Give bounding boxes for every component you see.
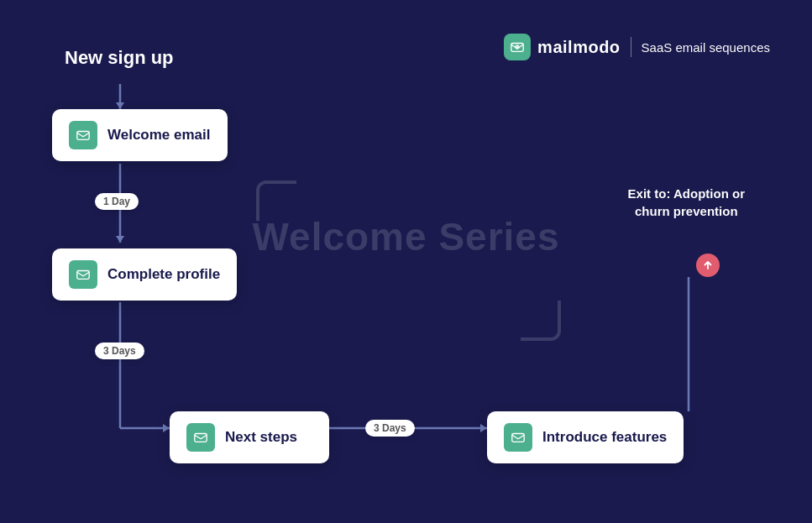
header-divider — [631, 37, 631, 57]
complete-profile-icon — [69, 260, 97, 289]
svg-rect-17 — [512, 434, 524, 442]
node-complete-profile[interactable]: Complete profile — [52, 248, 237, 301]
complete-profile-label: Complete profile — [107, 266, 220, 283]
svg-rect-16 — [195, 434, 207, 442]
mailmodo-logo: mailmodo — [504, 34, 620, 60]
center-title: Welcome Series — [252, 214, 559, 259]
delay-badge-1: 1 Day — [95, 193, 139, 210]
deco-bracket-bottom — [521, 301, 561, 341]
deco-bracket-top — [256, 180, 296, 221]
svg-marker-5 — [116, 236, 124, 243]
delay-badge-3: 3 Days — [365, 420, 415, 437]
exit-arrow-circle — [696, 254, 720, 277]
header: mailmodo SaaS email sequences — [504, 34, 770, 60]
node-next-steps[interactable]: Next steps — [170, 411, 329, 463]
svg-marker-3 — [116, 102, 124, 109]
introduce-features-label: Introduce features — [542, 429, 667, 446]
trigger-label: New sign up — [65, 47, 174, 69]
svg-point-1 — [515, 44, 519, 49]
next-steps-icon — [186, 423, 215, 452]
header-subtitle: SaaS email sequences — [642, 40, 770, 55]
welcome-email-icon — [69, 121, 97, 149]
svg-rect-14 — [77, 132, 89, 140]
welcome-email-label: Welcome email — [107, 127, 211, 144]
svg-marker-11 — [480, 424, 487, 432]
svg-rect-15 — [77, 271, 89, 280]
mailmodo-icon — [504, 34, 531, 60]
node-welcome-email[interactable]: Welcome email — [52, 109, 228, 161]
next-steps-label: Next steps — [225, 429, 297, 446]
delay-badge-2: 3 Days — [95, 343, 144, 359]
exit-label: Exit to: Adoption or churn prevention — [628, 185, 745, 220]
mailmodo-name: mailmodo — [537, 38, 620, 57]
introduce-features-icon — [504, 423, 532, 452]
svg-marker-9 — [163, 424, 170, 432]
node-introduce-features[interactable]: Introduce features — [487, 411, 684, 463]
